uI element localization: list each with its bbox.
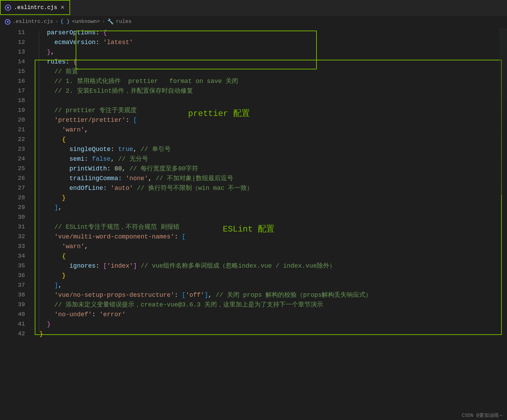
breadcrumb-file[interactable]: .eslintrc.cjs — [12, 19, 53, 25]
line-number: 41 — [0, 319, 25, 329]
code-line[interactable]: } — [32, 319, 507, 329]
line-number: 28 — [0, 193, 25, 203]
minimap[interactable] — [499, 28, 507, 195]
code-line[interactable]: // 添加未定义变量错误提示，create-vue@3.6.3 关闭，这里加上是… — [32, 300, 507, 310]
indent-guide — [39, 31, 39, 333]
close-icon[interactable]: × — [60, 4, 65, 11]
code-line[interactable]: ], — [32, 280, 507, 290]
line-number: 25 — [0, 164, 25, 174]
code-line[interactable]: // 2. 安装Eslint插件，并配置保存时自动修复 — [32, 86, 507, 96]
line-number: 21 — [0, 125, 25, 135]
line-number: 18 — [0, 96, 25, 106]
code-line[interactable]: // 1. 禁用格式化插件 prettier format on save 关闭 — [32, 76, 507, 86]
line-number: 35 — [0, 261, 25, 271]
code-line[interactable]: endOfLine: 'auto' // 换行符号不限制（win mac 不一致… — [32, 183, 507, 193]
line-number: 17 — [0, 86, 25, 96]
code-line[interactable]: trailingComma: 'none', // 不加对象|数组最后逗号 — [32, 174, 507, 183]
eslint-icon — [5, 5, 11, 11]
line-number: 13 — [0, 47, 25, 57]
code-line[interactable]: 'warn', — [32, 125, 507, 135]
code-line[interactable]: } — [32, 329, 507, 339]
code-line[interactable]: } — [32, 271, 507, 280]
code-line[interactable]: { — [32, 251, 507, 261]
code-area[interactable]: parserOptions: { ecmaVersion: 'latest' }… — [32, 28, 507, 420]
line-number: 39 — [0, 300, 25, 310]
code-line[interactable]: ecmaVersion: 'latest' — [32, 37, 507, 47]
code-line[interactable]: // 前置 — [32, 67, 507, 76]
code-line[interactable]: semi: false, // 无分号 — [32, 154, 507, 164]
braces-icon: { } — [60, 19, 70, 25]
code-line[interactable]: { — [32, 135, 507, 144]
line-number: 14 — [0, 57, 25, 67]
code-line[interactable] — [32, 96, 507, 106]
line-number-gutter: 1112131415161718192021222324252627282930… — [0, 28, 32, 420]
line-number: 40 — [0, 310, 25, 319]
line-number: 31 — [0, 222, 25, 232]
line-number: 38 — [0, 290, 25, 300]
code-line[interactable]: 'vue/no-setup-props-destructure': ['off'… — [32, 290, 507, 300]
chevron-right-icon: › — [102, 19, 105, 25]
code-line[interactable]: }, — [32, 47, 507, 57]
line-number: 32 — [0, 232, 25, 242]
breadcrumb-node[interactable]: rules — [116, 19, 132, 25]
line-number: 29 — [0, 203, 25, 212]
breadcrumb[interactable]: .eslintrc.cjs › { } <unknown> › 🔧 rules — [0, 15, 507, 28]
line-number: 20 — [0, 115, 25, 125]
line-number: 19 — [0, 106, 25, 115]
code-line[interactable]: singleQuote: true, // 单引号 — [32, 144, 507, 154]
line-number: 36 — [0, 271, 25, 280]
code-line[interactable]: // ESLint专注于规范，不符合规范 则报错 — [32, 222, 507, 232]
code-line[interactable]: // prettier 专注于美观度 — [32, 106, 507, 115]
breadcrumb-node[interactable]: <unknown> — [72, 19, 100, 25]
code-line[interactable] — [32, 212, 507, 222]
code-line[interactable]: 'warn', — [32, 242, 507, 251]
code-line[interactable]: 'no-undef': 'error' — [32, 310, 507, 319]
code-line[interactable]: rules: { — [32, 57, 507, 67]
code-line[interactable]: ], — [32, 203, 507, 212]
code-line[interactable]: parserOptions: { — [32, 28, 507, 37]
line-number: 12 — [0, 37, 25, 47]
line-number: 23 — [0, 144, 25, 154]
line-number: 24 — [0, 154, 25, 164]
line-number: 34 — [0, 251, 25, 261]
line-number: 30 — [0, 212, 25, 222]
line-number: 16 — [0, 76, 25, 86]
line-number: 27 — [0, 183, 25, 193]
line-number: 22 — [0, 135, 25, 144]
code-line[interactable]: ignores: ['index'] // vue组件名称多单词组成（忽略ind… — [32, 261, 507, 271]
tab-filename: .eslintrc.cjs — [14, 5, 57, 11]
line-number: 33 — [0, 242, 25, 251]
tab-active[interactable]: .eslintrc.cjs × — [0, 0, 70, 15]
eslint-icon — [5, 19, 10, 25]
line-number: 37 — [0, 280, 25, 290]
wrench-icon: 🔧 — [107, 18, 114, 25]
editor[interactable]: 1112131415161718192021222324252627282930… — [0, 28, 507, 420]
code-line[interactable]: printWidth: 80, // 每行宽度至多80字符 — [32, 164, 507, 174]
line-number: 11 — [0, 28, 25, 37]
tab-bar: .eslintrc.cjs × — [0, 0, 507, 15]
code-line[interactable]: 'vue/multi-word-component-names': [ — [32, 232, 507, 242]
chevron-right-icon: › — [55, 19, 58, 25]
code-line[interactable]: } — [32, 193, 507, 203]
line-number: 15 — [0, 67, 25, 76]
line-number: 26 — [0, 174, 25, 183]
code-line[interactable]: 'prettier/prettier': [ — [32, 115, 507, 125]
watermark: CSDN @要加油哦～ — [462, 412, 504, 419]
line-number: 42 — [0, 329, 25, 339]
